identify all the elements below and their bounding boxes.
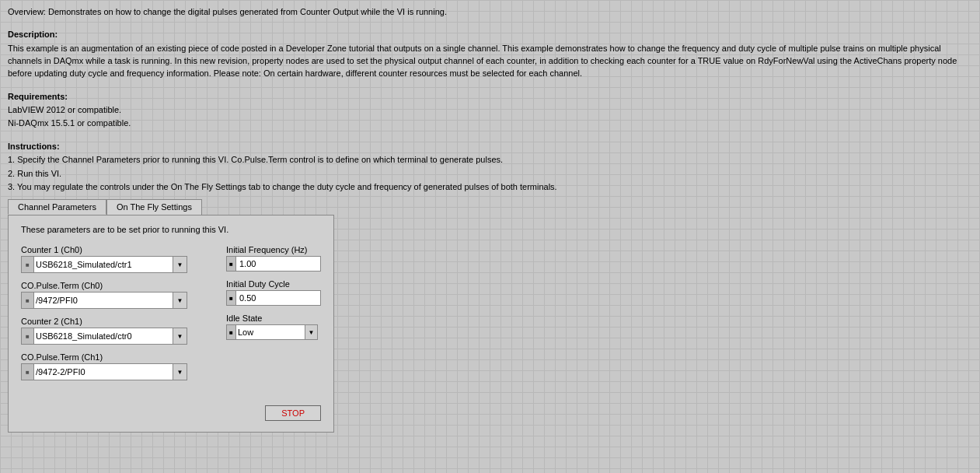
copulse-ch1-dropdown-container: ■ /9472-2/PFI0 /9472-2/PFI1 ▼	[21, 363, 208, 380]
initial-duty-row: ■	[226, 290, 335, 306]
counter1-dropdown-container: ■ USB6218_Simulated/ctr1 USB6218_Simulat…	[21, 256, 208, 273]
copulse-ch0-icon: ■	[21, 292, 33, 309]
counter2-icon: ■	[21, 328, 33, 345]
idle-state-dropdown-arrow[interactable]: ▼	[305, 324, 318, 340]
copulse-ch0-label: CO.Pulse.Term (Ch0)	[21, 281, 208, 290]
counter1-select[interactable]: USB6218_Simulated/ctr1 USB6218_Simulated…	[33, 256, 173, 273]
copulse-ch0-group: CO.Pulse.Term (Ch0) ■ /9472/PFI0 /9472/P…	[21, 281, 208, 309]
copulse-ch1-dropdown-arrow[interactable]: ▼	[173, 363, 187, 380]
idle-state-select[interactable]: Low High	[235, 324, 305, 340]
initial-duty-label: Initial Duty Cycle	[226, 279, 335, 289]
overview-line1: Overview: Demonstrates on how to change …	[8, 6, 972, 18]
description-body: This example is an augmentation of an ex…	[8, 43, 964, 80]
inst3: 3. You may regulate the controls under t…	[8, 181, 972, 193]
idle-state-label: Idle State	[226, 314, 335, 323]
tab-channel-parameters[interactable]: Channel Parameters	[8, 199, 106, 215]
counter2-label: Counter 2 (Ch1)	[21, 317, 208, 326]
inst1: 1. Specify the Channel Parameters prior …	[8, 154, 972, 166]
tab-description: These parameters are to be set prior to …	[21, 225, 321, 234]
initial-freq-icon: ■	[226, 256, 235, 272]
initial-freq-row: ■	[226, 256, 335, 272]
instructions-label: Instructions:	[8, 141, 972, 152]
req2: Ni-DAQmx 15.5.1 or compatible.	[8, 117, 972, 129]
copulse-ch1-select[interactable]: /9472-2/PFI0 /9472-2/PFI1	[33, 363, 173, 380]
counter2-dropdown-container: ■ USB6218_Simulated/ctr0 USB6218_Simulat…	[21, 328, 208, 345]
copulse-ch0-dropdown-container: ■ /9472/PFI0 /9472/PFI1 ▼	[21, 292, 208, 309]
req1: LabVIEW 2012 or compatible.	[8, 104, 972, 116]
requirements-label: Requirements:	[8, 91, 972, 103]
tab-on-the-fly-settings[interactable]: On The Fly Settings	[106, 199, 202, 215]
copulse-ch1-icon: ■	[21, 363, 33, 380]
copulse-ch1-group: CO.Pulse.Term (Ch1) ■ /9472-2/PFI0 /9472…	[21, 352, 208, 380]
copulse-ch0-dropdown-arrow[interactable]: ▼	[173, 292, 187, 309]
tab-bar: Channel Parameters On The Fly Settings	[8, 199, 972, 215]
initial-duty-icon: ■	[226, 290, 235, 306]
counter2-select[interactable]: USB6218_Simulated/ctr0 USB6218_Simulated…	[33, 328, 173, 345]
initial-freq-group: Initial Frequency (Hz) ■	[226, 245, 335, 272]
form-left: Counter 1 (Ch0) ■ USB6218_Simulated/ctr1…	[21, 245, 208, 388]
copulse-ch1-label: CO.Pulse.Term (Ch1)	[21, 352, 208, 362]
initial-duty-input[interactable]	[235, 290, 321, 306]
idle-state-group: Idle State ■ Low High ▼	[226, 314, 335, 340]
idle-state-icon: ■	[226, 324, 235, 340]
tab-content: These parameters are to be set prior to …	[8, 215, 334, 433]
tabs-container: Channel Parameters On The Fly Settings T…	[8, 199, 972, 433]
copulse-ch0-select[interactable]: /9472/PFI0 /9472/PFI1	[33, 292, 173, 309]
idle-state-dropdown-container: ■ Low High ▼	[226, 324, 335, 340]
form-right: Initial Frequency (Hz) ■ Initial Duty Cy…	[226, 245, 335, 388]
counter1-icon: ■	[21, 256, 33, 273]
initial-duty-group: Initial Duty Cycle ■	[226, 279, 335, 306]
counter1-label: Counter 1 (Ch0)	[21, 245, 208, 254]
stop-button-area: STOP	[265, 405, 321, 421]
counter1-group: Counter 1 (Ch0) ■ USB6218_Simulated/ctr1…	[21, 245, 208, 273]
description-area: Overview: Demonstrates on how to change …	[8, 6, 972, 193]
counter2-group: Counter 2 (Ch1) ■ USB6218_Simulated/ctr0…	[21, 317, 208, 345]
stop-button[interactable]: STOP	[265, 405, 321, 421]
description-label: Description:	[8, 29, 972, 40]
initial-freq-input[interactable]	[235, 256, 321, 272]
initial-freq-label: Initial Frequency (Hz)	[226, 245, 335, 254]
counter2-dropdown-arrow[interactable]: ▼	[173, 328, 187, 345]
form-grid: Counter 1 (Ch0) ■ USB6218_Simulated/ctr1…	[21, 245, 321, 388]
counter1-dropdown-arrow[interactable]: ▼	[173, 256, 187, 273]
inst2: 2. Run this VI.	[8, 168, 972, 180]
